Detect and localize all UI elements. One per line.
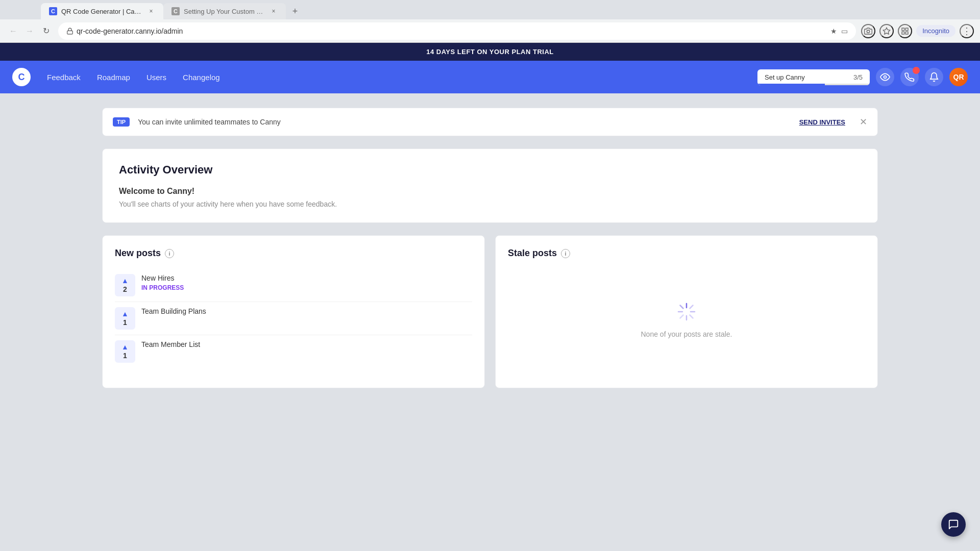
tab-active[interactable]: C QR Code Generator | Canny × — [41, 3, 163, 19]
post-item-1[interactable]: ▲ 1 Team Building Plans — [115, 302, 472, 335]
tab-favicon-1: C — [49, 7, 57, 15]
loading-spinner-icon — [676, 302, 697, 322]
svg-line-14 — [690, 306, 693, 309]
logo-letter: C — [18, 72, 25, 83]
more-options-button[interactable]: ⋮ — [960, 24, 974, 38]
forward-button[interactable]: → — [22, 24, 37, 38]
svg-rect-0 — [67, 31, 73, 34]
nav-roadmap[interactable]: Roadmap — [97, 71, 130, 84]
setup-canny-widget[interactable]: Set up Canny 3/5 — [757, 69, 870, 85]
tab-close-2[interactable]: × — [270, 7, 278, 15]
post-item-0[interactable]: ▲ 2 New Hires IN PROGRESS — [115, 269, 472, 302]
new-posts-title-text: New posts — [115, 248, 161, 259]
tip-message: You can invite unlimited teammates to Ca… — [138, 118, 791, 126]
svg-rect-5 — [902, 32, 904, 34]
address-icons: ★ ▭ — [830, 27, 848, 35]
broadcast-badge — [913, 67, 920, 74]
tab-title-1: QR Code Generator | Canny — [61, 8, 143, 15]
user-avatar[interactable]: QR — [949, 68, 968, 86]
trial-text: 14 DAYS LEFT ON YOUR PLAN TRIAL — [426, 48, 554, 56]
welcome-title: Welcome to Canny! — [119, 187, 861, 196]
welcome-text: You'll see charts of your activity here … — [119, 200, 861, 208]
nav-changelog[interactable]: Changelog — [183, 71, 220, 84]
screen-mirror-icon[interactable]: ▭ — [841, 27, 848, 35]
new-posts-info-icon[interactable]: i — [165, 249, 174, 258]
svg-marker-2 — [884, 28, 890, 34]
vote-box-1: ▲ 1 — [115, 307, 135, 330]
eye-icon — [880, 72, 890, 82]
stale-posts-card: Stale posts i — [495, 235, 878, 388]
send-invites-button[interactable]: SEND INVITES — [799, 118, 845, 126]
stale-posts-title: Stale posts i — [508, 248, 865, 259]
vote-arrow-2: ▲ — [121, 343, 129, 350]
nav-users[interactable]: Users — [146, 71, 166, 84]
svg-rect-4 — [906, 28, 909, 31]
setup-canny-count: 3/5 — [853, 73, 863, 81]
stale-empty-text: None of your posts are stale. — [641, 330, 732, 338]
header-right: Set up Canny 3/5 QR — [757, 68, 968, 86]
url-text: qr-code-generator.canny.io/admin — [77, 27, 183, 35]
activity-overview-title: Activity Overview — [119, 163, 861, 177]
stale-posts-info-icon[interactable]: i — [561, 249, 570, 258]
welcome-content: Welcome to Canny! You'll see charts of y… — [119, 187, 861, 208]
setup-progress-bar — [757, 84, 870, 85]
vote-count-0: 2 — [123, 285, 127, 293]
vote-box-0: ▲ 2 — [115, 274, 135, 296]
svg-point-1 — [867, 30, 870, 33]
stale-posts-title-text: Stale posts — [508, 248, 557, 259]
vote-box-2: ▲ 1 — [115, 340, 135, 363]
bell-icon — [929, 72, 939, 82]
main-content: TIP You can invite unlimited teammates t… — [0, 93, 980, 403]
vote-count-1: 1 — [123, 318, 127, 327]
app-header: C Feedback Roadmap Users Changelog Set u… — [0, 61, 980, 93]
setup-canny-label: Set up Canny — [765, 73, 805, 81]
post-title-1: Team Building Plans — [141, 307, 206, 315]
nav-feedback[interactable]: Feedback — [47, 71, 81, 84]
app-wrapper: 14 DAYS LEFT ON YOUR PLAN TRIAL C Feedba… — [0, 43, 980, 403]
bookmark-manager-icon[interactable] — [879, 24, 894, 38]
broadcast-icon — [904, 72, 915, 82]
browser-toolbar: ← → ↻ qr-code-generator.canny.io/admin ★… — [0, 19, 980, 43]
bookmark-icon[interactable]: ★ — [830, 27, 837, 35]
main-nav: Feedback Roadmap Users Changelog — [47, 71, 757, 84]
stale-posts-empty: None of your posts are stale. — [508, 269, 865, 371]
tip-badge: TIP — [113, 117, 130, 127]
vote-count-2: 1 — [123, 352, 127, 360]
refresh-button[interactable]: ↻ — [39, 24, 53, 38]
camera-icon[interactable] — [861, 24, 875, 38]
app-logo[interactable]: C — [12, 68, 31, 86]
info-symbol: i — [169, 251, 170, 257]
tab-inactive[interactable]: C Setting Up Your Custom Domai... × — [163, 3, 286, 19]
post-item-2[interactable]: ▲ 1 Team Member List — [115, 335, 472, 368]
new-posts-card: New posts i ▲ 2 New Hires IN PROGRESS — [102, 235, 485, 388]
tab-favicon-2: C — [172, 7, 180, 15]
tab-grid-icon[interactable] — [898, 24, 912, 38]
activity-overview-card: Activity Overview Welcome to Canny! You'… — [102, 148, 878, 223]
back-button[interactable]: ← — [6, 24, 20, 38]
address-bar[interactable]: qr-code-generator.canny.io/admin ★ ▭ — [58, 22, 856, 40]
nav-buttons: ← → ↻ — [6, 24, 53, 38]
chat-fab-button[interactable] — [941, 512, 966, 537]
incognito-profile-button[interactable]: Incognito — [916, 25, 955, 37]
post-title-0: New Hires — [141, 274, 184, 282]
svg-line-12 — [680, 306, 683, 309]
eye-button[interactable] — [876, 68, 894, 86]
broadcast-button[interactable] — [900, 68, 919, 86]
tab-close-1[interactable]: × — [147, 7, 155, 15]
post-info-2: Team Member List — [141, 340, 200, 348]
post-status-0: IN PROGRESS — [141, 284, 184, 291]
browser-tab-bar: C QR Code Generator | Canny × C Setting … — [0, 0, 980, 19]
posts-grid: New posts i ▲ 2 New Hires IN PROGRESS — [102, 235, 878, 388]
browser-actions: Incognito ⋮ — [861, 24, 974, 38]
notifications-button[interactable] — [925, 68, 943, 86]
vote-arrow-1: ▲ — [121, 310, 129, 317]
trial-banner: 14 DAYS LEFT ON YOUR PLAN TRIAL — [0, 43, 980, 61]
tab-title-2: Setting Up Your Custom Domai... — [184, 8, 265, 15]
tip-close-button[interactable]: ✕ — [860, 116, 867, 128]
stale-info-symbol: i — [565, 251, 567, 257]
new-tab-button[interactable]: + — [288, 4, 302, 18]
svg-line-15 — [680, 315, 683, 318]
vote-arrow-0: ▲ — [121, 277, 129, 284]
svg-line-13 — [690, 315, 693, 318]
svg-point-7 — [884, 76, 887, 79]
